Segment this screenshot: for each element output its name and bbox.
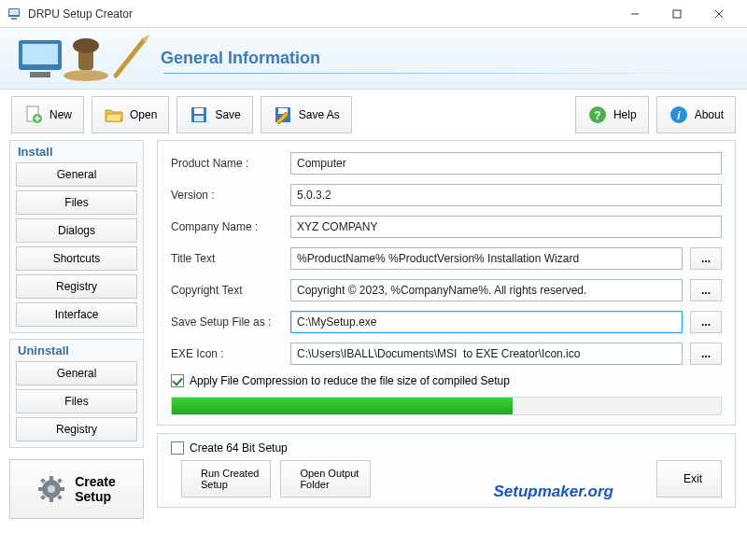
svg-rect-2 xyxy=(11,18,17,20)
new-label: New xyxy=(49,108,72,121)
exit-label: Exit xyxy=(684,472,702,485)
form-panel: Product Name : Version : Company Name : … xyxy=(157,140,736,426)
svg-rect-8 xyxy=(22,44,58,64)
nav-uninstall-files[interactable]: Files xyxy=(16,389,137,413)
nav-registry[interactable]: Registry xyxy=(16,274,137,299)
save-icon xyxy=(189,105,209,125)
create-64-label: Create 64 Bit Setup xyxy=(190,441,288,455)
install-group: Install General Files Dialogs Shortcuts … xyxy=(9,140,144,333)
sidebar: Install General Files Dialogs Shortcuts … xyxy=(0,140,153,558)
save-button[interactable]: Save xyxy=(176,96,252,133)
save-as-label: Save Setup File as : xyxy=(171,315,290,329)
nav-shortcuts[interactable]: Shortcuts xyxy=(16,246,137,271)
save-as-input[interactable] xyxy=(290,311,683,333)
exe-icon-input[interactable] xyxy=(290,343,683,365)
copyright-text-label: Copyright Text xyxy=(171,284,290,297)
svg-point-10 xyxy=(63,70,108,81)
svg-rect-9 xyxy=(30,72,50,77)
svg-rect-27 xyxy=(49,497,53,502)
nav-general[interactable]: General xyxy=(16,162,137,187)
exe-icon-label: EXE Icon : xyxy=(171,347,290,360)
company-name-input[interactable] xyxy=(290,216,722,238)
save-as-browse[interactable]: ... xyxy=(690,311,722,333)
save-as-button[interactable]: Save As xyxy=(261,96,352,133)
svg-point-25 xyxy=(48,485,55,493)
nav-files[interactable]: Files xyxy=(16,190,137,215)
company-name-label: Company Name : xyxy=(171,220,290,233)
svg-rect-17 xyxy=(194,116,204,121)
product-name-label: Product Name : xyxy=(171,157,290,170)
save-as-label: Save As xyxy=(299,108,340,121)
svg-rect-4 xyxy=(673,10,681,18)
product-name-input[interactable] xyxy=(290,152,722,175)
page-title: General Information xyxy=(161,49,320,68)
copyright-text-browse[interactable]: ... xyxy=(690,279,722,301)
minimize-button[interactable] xyxy=(613,1,655,27)
help-label: Help xyxy=(613,108,637,121)
exe-icon-browse[interactable]: ... xyxy=(690,343,722,365)
help-icon: ? xyxy=(587,105,608,125)
gear-icon xyxy=(37,475,65,503)
main-panel: Product Name : Version : Company Name : … xyxy=(153,140,747,558)
version-input[interactable] xyxy=(290,184,722,206)
close-button[interactable] xyxy=(698,1,740,27)
svg-point-12 xyxy=(73,38,99,53)
maximize-button[interactable] xyxy=(655,1,698,27)
run-created-label: Run Created Setup xyxy=(201,468,259,490)
create-setup-button[interactable]: Create Setup xyxy=(9,459,144,519)
titlebar: DRPU Setup Creator xyxy=(0,0,747,28)
title-text-input[interactable] xyxy=(290,247,683,270)
title-text-browse[interactable]: ... xyxy=(690,247,722,270)
bottom-panel: Create 64 Bit Setup Run Created Setup Op… xyxy=(157,433,736,508)
new-button[interactable]: New xyxy=(11,96,84,133)
exit-button[interactable]: Exit xyxy=(656,460,722,497)
app-icon xyxy=(7,7,22,21)
run-created-setup-button[interactable]: Run Created Setup xyxy=(181,460,271,497)
nav-dialogs[interactable]: Dialogs xyxy=(16,218,137,243)
uninstall-title: Uninstall xyxy=(16,343,137,357)
about-label: About xyxy=(695,108,724,121)
svg-text:?: ? xyxy=(594,109,600,122)
save-as-icon xyxy=(273,105,293,125)
banner-underline xyxy=(163,73,714,74)
banner: General Information xyxy=(0,28,747,90)
about-button[interactable]: i About xyxy=(656,96,736,133)
progress-bar xyxy=(171,397,722,415)
new-file-icon xyxy=(23,105,44,125)
svg-rect-1 xyxy=(9,9,19,15)
nav-uninstall-registry[interactable]: Registry xyxy=(16,417,137,441)
create-64-checkbox[interactable] xyxy=(171,441,184,455)
window-title: DRPU Setup Creator xyxy=(28,7,613,21)
open-button[interactable]: Open xyxy=(92,96,169,133)
progress-fill xyxy=(172,398,513,414)
title-text-label: Title Text xyxy=(171,252,290,265)
svg-rect-16 xyxy=(194,108,204,114)
nav-uninstall-general[interactable]: General xyxy=(16,361,137,385)
open-output-folder-button[interactable]: Open Output Folder xyxy=(280,460,371,497)
copyright-text-input[interactable] xyxy=(290,279,683,301)
compression-checkbox[interactable] xyxy=(171,374,184,387)
help-button[interactable]: ? Help xyxy=(575,96,649,133)
nav-interface[interactable]: Interface xyxy=(16,302,137,327)
compression-label: Apply File Compression to reduce the fil… xyxy=(190,374,510,387)
install-title: Install xyxy=(16,145,137,159)
svg-rect-26 xyxy=(49,476,53,481)
open-output-label: Open Output Folder xyxy=(300,468,359,490)
watermark: Setupmaker.org xyxy=(494,483,614,501)
create-setup-label: Create Setup xyxy=(75,474,116,504)
folder-open-icon xyxy=(104,105,124,125)
svg-rect-28 xyxy=(38,487,43,491)
svg-rect-29 xyxy=(60,487,64,491)
toolbar: New Open Save Save As ? Help i About xyxy=(0,90,747,140)
version-label: Version : xyxy=(171,189,290,202)
banner-art xyxy=(13,33,153,85)
save-label: Save xyxy=(215,108,240,121)
open-label: Open xyxy=(130,108,157,121)
info-icon: i xyxy=(669,105,689,125)
uninstall-group: Uninstall General Files Registry xyxy=(9,339,144,448)
